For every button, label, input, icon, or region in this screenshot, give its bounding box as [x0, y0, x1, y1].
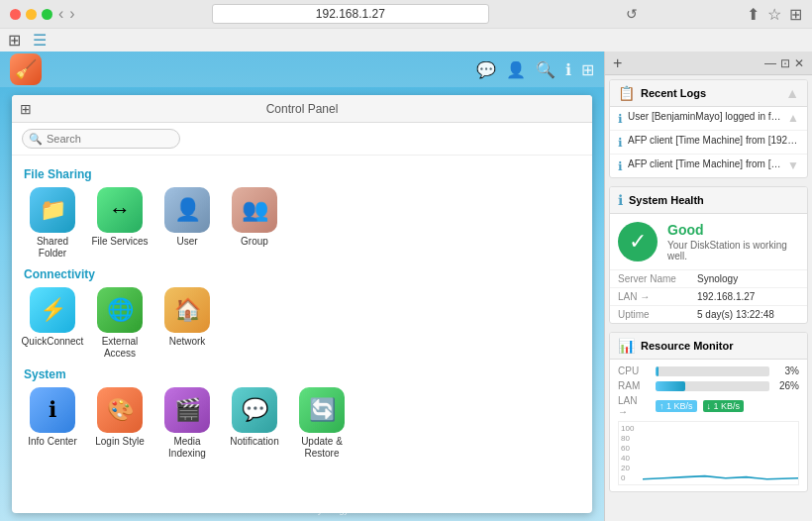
- widget-close-icon[interactable]: ✕: [794, 56, 804, 70]
- bookmark-icon[interactable]: ☆: [767, 5, 781, 24]
- chart-plot-area: [643, 422, 798, 484]
- log-scroll-3[interactable]: ▼: [787, 158, 799, 172]
- icon-label-quickconnect: QuickConnect: [22, 336, 84, 348]
- file-sharing-grid: 📁 Shared Folder ↔ File Services 👤 User 👥…: [24, 187, 580, 260]
- dsm-logo: 🧹: [10, 53, 42, 85]
- icon-img-media-indexing: 🎬: [164, 387, 210, 433]
- dsm-topbar-right: 💬 👤 🔍 ℹ ⊞: [476, 60, 594, 79]
- url-text: 192.168.1.27: [316, 7, 385, 21]
- icon-img-shared-folder: 📁: [30, 187, 75, 233]
- uptime-value: 5 day(s) 13:22:48: [689, 306, 807, 324]
- recent-logs-title: Recent Logs: [641, 87, 706, 99]
- browser-toolbar: ⊞ ☰: [0, 28, 812, 52]
- log-scroll-1[interactable]: ▲: [787, 111, 799, 125]
- icon-img-file-services: ↔: [97, 187, 143, 233]
- icon-img-login-style: 🎨: [97, 387, 143, 433]
- tl-green[interactable]: [42, 9, 52, 20]
- chat-icon[interactable]: 💬: [476, 60, 496, 79]
- icon-label-external-access: External Access: [91, 336, 149, 360]
- tl-red[interactable]: [10, 9, 21, 20]
- log-item-1: ℹ User [BenjaminMayo] logged in from [19…: [610, 107, 807, 131]
- cpu-bar-fill: [656, 366, 659, 376]
- lan-up-badge: ↑ 1 KB/s: [656, 400, 697, 412]
- icon-user[interactable]: 👤 User: [158, 187, 216, 260]
- icon-label-login-style: Login Style: [95, 436, 144, 448]
- server-name-row: Server Name Synology: [610, 270, 807, 288]
- icon-group[interactable]: 👥 Group: [226, 187, 283, 260]
- server-name-label: Server Name: [610, 270, 689, 288]
- widget-restore-icon[interactable]: ⊡: [780, 56, 790, 70]
- icon-external-access[interactable]: 🌐 External Access: [91, 287, 149, 360]
- lan-label: LAN →: [610, 288, 689, 306]
- tl-yellow[interactable]: [26, 9, 37, 20]
- icon-network[interactable]: 🏠 Network: [158, 287, 216, 360]
- nav-forward-button[interactable]: ›: [69, 5, 74, 23]
- system-health-widget: ℹ System Health ✓ Good Your DiskStation …: [609, 186, 808, 324]
- user-icon[interactable]: 👤: [506, 60, 526, 79]
- search-icon[interactable]: 🔍: [536, 60, 556, 79]
- icon-img-quickconnect: ⚡: [30, 287, 75, 333]
- uptime-row: Uptime 5 day(s) 13:22:48: [610, 306, 807, 324]
- ram-bar-fill: [656, 381, 685, 391]
- system-title: System: [24, 367, 580, 381]
- icon-quickconnect[interactable]: ⚡ QuickConnect: [24, 287, 81, 360]
- lan-resource-label: LAN →: [618, 395, 650, 417]
- icon-img-info-center: ℹ: [30, 387, 75, 433]
- icon-img-external-access: 🌐: [97, 287, 143, 333]
- reload-button[interactable]: ↺: [626, 6, 638, 22]
- cp-title: Control Panel: [266, 102, 339, 116]
- main-area: 🧹 💬 👤 🔍 ℹ ⊞ ⊞ Control Panel 🔍: [0, 52, 812, 521]
- ram-label: RAM: [618, 380, 650, 391]
- icon-shared-folder[interactable]: 📁 Shared Folder: [24, 187, 81, 260]
- chart-svg: [643, 422, 798, 484]
- info-icon[interactable]: ℹ: [565, 60, 571, 79]
- cpu-row: CPU 3%: [618, 365, 799, 376]
- log-text-3: AFP client [Time Machine] from [192.168.…: [628, 158, 782, 169]
- icon-label-shared-folder: Shared Folder: [24, 236, 81, 260]
- widget-add-icon[interactable]: +: [613, 54, 622, 72]
- widget-minimize-icon[interactable]: —: [764, 56, 776, 70]
- cp-icon: ⊞: [20, 101, 32, 117]
- icon-file-services[interactable]: ↔ File Services: [91, 187, 149, 260]
- system-grid: ℹ Info Center 🎨 Login Style 🎬 Media Inde…: [24, 387, 580, 460]
- cpu-label: CPU: [618, 365, 650, 376]
- resource-monitor-widget: 📊 Resource Monitor CPU 3% RAM 26%: [609, 332, 808, 492]
- list-icon[interactable]: ☰: [33, 31, 47, 50]
- icon-img-group: 👥: [232, 187, 277, 233]
- cpu-pct: 3%: [775, 365, 799, 376]
- file-sharing-title: File Sharing: [24, 167, 580, 181]
- system-health-icon: ℹ: [618, 192, 623, 208]
- cpu-bar-bg: [656, 366, 769, 376]
- nav-back-button[interactable]: ‹: [58, 5, 63, 23]
- ram-pct: 26%: [775, 380, 799, 391]
- apps-icon[interactable]: ⊞: [581, 60, 594, 79]
- share-icon[interactable]: ⬆: [747, 5, 760, 24]
- icon-notification[interactable]: 💬 Notification: [226, 387, 283, 460]
- traffic-lights: [10, 9, 52, 20]
- new-tab-icon[interactable]: ⊞: [789, 5, 802, 24]
- dsm-version: Synology DSM 5.2: [312, 505, 386, 515]
- url-bar[interactable]: 192.168.1.27: [212, 4, 489, 24]
- resource-content: CPU 3% RAM 26% LAN → ↑ 1 KB/s ↓ 1: [610, 360, 807, 491]
- recent-logs-icon: 📋: [618, 85, 635, 101]
- icon-media-indexing[interactable]: 🎬 Media Indexing: [158, 387, 216, 460]
- icon-label-file-services: File Services: [91, 236, 148, 248]
- icon-info-center[interactable]: ℹ Info Center: [24, 387, 81, 460]
- health-status-icon: ✓: [618, 222, 658, 261]
- recent-logs-scroll-up[interactable]: ▲: [785, 85, 799, 101]
- search-input[interactable]: [22, 129, 180, 149]
- health-info-table: Server Name Synology LAN → 192.168.1.27 …: [610, 269, 807, 323]
- icon-label-media-indexing: Media Indexing: [158, 436, 216, 460]
- control-panel: ⊞ Control Panel 🔍 File Sharing 📁 Shared …: [12, 95, 592, 513]
- health-content: ✓ Good Your DiskStation is working well.: [610, 214, 807, 269]
- resource-monitor-header: 📊 Resource Monitor: [610, 333, 807, 360]
- lan-row: LAN → 192.168.1.27: [610, 288, 807, 306]
- log-text-2: AFP client [Time Machine] from [192.168.…: [628, 135, 799, 146]
- icon-login-style[interactable]: 🎨 Login Style: [91, 387, 149, 460]
- icon-label-update-restore: Update & Restore: [293, 436, 351, 460]
- grid-icon[interactable]: ⊞: [8, 31, 21, 50]
- health-text: Good Your DiskStation is working well.: [667, 222, 799, 261]
- browser-titlebar: ‹ › 192.168.1.27 ↺ ⬆ ☆ ⊞: [0, 0, 812, 28]
- icon-update-restore[interactable]: 🔄 Update & Restore: [293, 387, 351, 460]
- log-info-icon-2: ℹ: [618, 136, 623, 150]
